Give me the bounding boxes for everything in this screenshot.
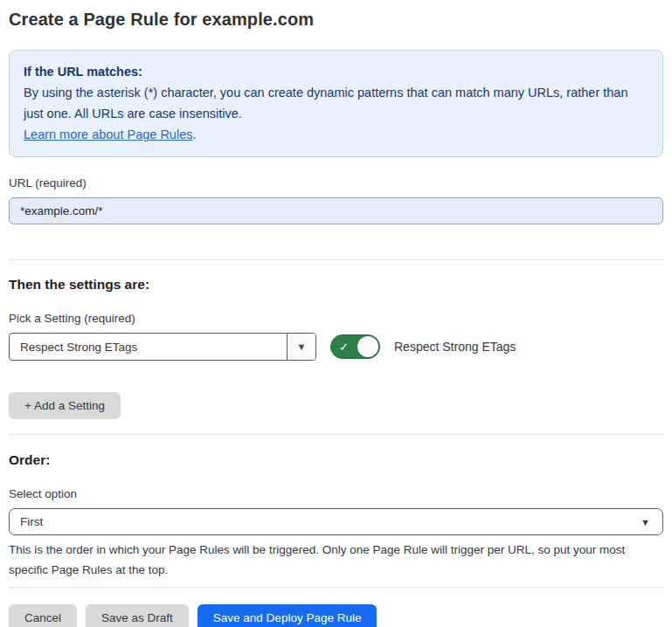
setting-select[interactable]: Respect Strong ETags ▼ xyxy=(9,333,316,361)
order-select-value: First xyxy=(20,515,43,528)
settings-section-heading: Then the settings are: xyxy=(9,277,663,293)
setting-toggle-wrap: ✓ Respect Strong ETags xyxy=(330,334,516,359)
divider xyxy=(9,259,663,260)
page-title: Create a Page Rule for example.com xyxy=(9,9,663,30)
chevron-down-icon: ▼ xyxy=(641,517,650,527)
setting-toggle-label: Respect Strong ETags xyxy=(394,340,516,354)
order-select-label: Select option xyxy=(9,487,663,501)
url-field-label: URL (required) xyxy=(9,176,663,190)
divider xyxy=(9,587,663,588)
url-input[interactable] xyxy=(9,197,663,224)
setting-select-value: Respect Strong ETags xyxy=(10,334,287,360)
toggle-knob xyxy=(357,336,378,357)
setting-toggle[interactable]: ✓ xyxy=(330,334,380,359)
add-setting-button[interactable]: + Add a Setting xyxy=(9,392,121,419)
save-draft-button[interactable]: Save as Draft xyxy=(86,604,189,627)
url-match-info-box: If the URL matches: By using the asteris… xyxy=(9,50,663,157)
check-icon: ✓ xyxy=(339,341,349,353)
info-box-body: By using the asterisk (*) character, you… xyxy=(24,82,648,124)
cancel-button[interactable]: Cancel xyxy=(9,604,77,627)
pick-setting-label: Pick a Setting (required) xyxy=(9,312,663,326)
info-box-heading: If the URL matches: xyxy=(24,61,648,82)
order-help-text: This is the order in which your Page Rul… xyxy=(9,540,660,580)
setting-row: Respect Strong ETags ▼ ✓ Respect Strong … xyxy=(9,333,663,361)
info-box-link-line: Learn more about Page Rules. xyxy=(24,124,648,145)
divider xyxy=(9,434,663,435)
link-suffix: . xyxy=(192,127,196,141)
order-section-heading: Order: xyxy=(9,452,663,468)
order-select[interactable]: First ▼ xyxy=(9,508,663,535)
setting-select-arrow-button[interactable]: ▼ xyxy=(287,334,315,360)
footer-actions: Cancel Save as Draft Save and Deploy Pag… xyxy=(9,604,663,627)
page-rule-form: Create a Page Rule for example.com If th… xyxy=(0,9,672,627)
chevron-down-icon: ▼ xyxy=(297,341,307,352)
save-deploy-button[interactable]: Save and Deploy Page Rule xyxy=(197,604,378,627)
learn-more-link[interactable]: Learn more about Page Rules xyxy=(24,127,192,141)
